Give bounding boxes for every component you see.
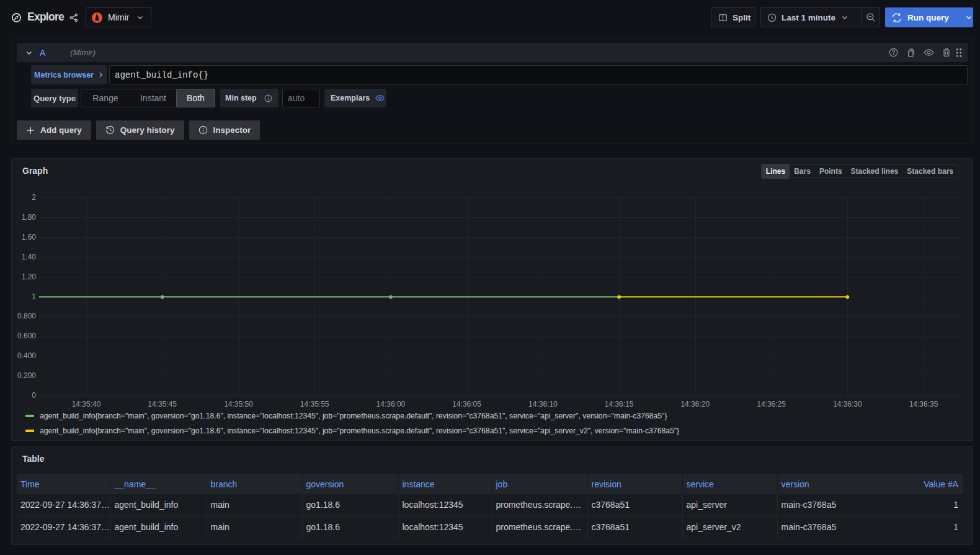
svg-text:0.800: 0.800 bbox=[17, 312, 36, 320]
svg-text:14:35:45: 14:35:45 bbox=[148, 400, 177, 408]
svg-text:14:36:30: 14:36:30 bbox=[833, 400, 862, 408]
svg-text:14:36:00: 14:36:00 bbox=[376, 400, 406, 408]
svg-text:14:36:25: 14:36:25 bbox=[757, 400, 786, 408]
svg-text:14:36:10: 14:36:10 bbox=[528, 400, 558, 408]
svg-text:1.40: 1.40 bbox=[22, 253, 37, 261]
svg-text:14:36:05: 14:36:05 bbox=[452, 400, 481, 408]
svg-text:14:36:35: 14:36:35 bbox=[909, 400, 938, 408]
svg-text:2: 2 bbox=[32, 193, 36, 202]
svg-text:0.200: 0.200 bbox=[17, 371, 36, 380]
svg-text:14:35:55: 14:35:55 bbox=[300, 400, 329, 408]
svg-text:14:36:15: 14:36:15 bbox=[605, 400, 634, 408]
svg-text:1.20: 1.20 bbox=[22, 273, 37, 281]
svg-text:0: 0 bbox=[32, 391, 36, 400]
svg-text:0.400: 0.400 bbox=[17, 351, 36, 360]
svg-text:14:35:50: 14:35:50 bbox=[224, 400, 253, 408]
svg-text:0.600: 0.600 bbox=[17, 332, 36, 340]
svg-text:1.60: 1.60 bbox=[22, 233, 37, 241]
svg-text:14:35:40: 14:35:40 bbox=[72, 400, 101, 408]
svg-text:1: 1 bbox=[32, 292, 36, 301]
svg-text:1.80: 1.80 bbox=[22, 213, 37, 222]
svg-text:14:36:20: 14:36:20 bbox=[680, 400, 710, 408]
